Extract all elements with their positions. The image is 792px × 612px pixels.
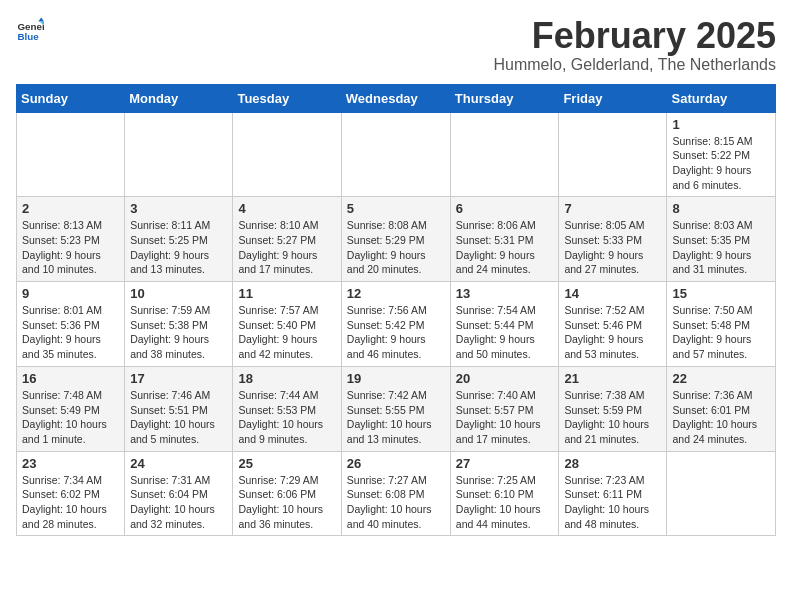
day-info: Sunrise: 7:57 AM Sunset: 5:40 PM Dayligh…	[238, 303, 335, 362]
day-info: Sunrise: 7:50 AM Sunset: 5:48 PM Dayligh…	[672, 303, 770, 362]
day-info: Sunrise: 7:31 AM Sunset: 6:04 PM Dayligh…	[130, 473, 227, 532]
month-title: February 2025	[493, 16, 776, 56]
day-info: Sunrise: 8:11 AM Sunset: 5:25 PM Dayligh…	[130, 218, 227, 277]
weekday-header-monday: Monday	[125, 84, 233, 112]
calendar-cell: 16Sunrise: 7:48 AM Sunset: 5:49 PM Dayli…	[17, 366, 125, 451]
day-info: Sunrise: 7:25 AM Sunset: 6:10 PM Dayligh…	[456, 473, 554, 532]
day-info: Sunrise: 7:29 AM Sunset: 6:06 PM Dayligh…	[238, 473, 335, 532]
calendar-cell: 19Sunrise: 7:42 AM Sunset: 5:55 PM Dayli…	[341, 366, 450, 451]
day-number: 7	[564, 201, 661, 216]
day-number: 5	[347, 201, 445, 216]
weekday-header-friday: Friday	[559, 84, 667, 112]
calendar-cell	[125, 112, 233, 197]
calendar-cell: 7Sunrise: 8:05 AM Sunset: 5:33 PM Daylig…	[559, 197, 667, 282]
day-info: Sunrise: 8:10 AM Sunset: 5:27 PM Dayligh…	[238, 218, 335, 277]
day-info: Sunrise: 7:34 AM Sunset: 6:02 PM Dayligh…	[22, 473, 119, 532]
day-info: Sunrise: 7:54 AM Sunset: 5:44 PM Dayligh…	[456, 303, 554, 362]
day-info: Sunrise: 8:01 AM Sunset: 5:36 PM Dayligh…	[22, 303, 119, 362]
day-number: 18	[238, 371, 335, 386]
page-header: General Blue February 2025 Hummelo, Geld…	[16, 16, 776, 74]
svg-text:Blue: Blue	[17, 31, 39, 42]
calendar-table: SundayMondayTuesdayWednesdayThursdayFrid…	[16, 84, 776, 537]
day-info: Sunrise: 7:44 AM Sunset: 5:53 PM Dayligh…	[238, 388, 335, 447]
calendar-cell: 15Sunrise: 7:50 AM Sunset: 5:48 PM Dayli…	[667, 282, 776, 367]
logo: General Blue	[16, 16, 44, 44]
calendar-cell: 5Sunrise: 8:08 AM Sunset: 5:29 PM Daylig…	[341, 197, 450, 282]
week-row-3: 9Sunrise: 8:01 AM Sunset: 5:36 PM Daylig…	[17, 282, 776, 367]
day-number: 12	[347, 286, 445, 301]
day-number: 23	[22, 456, 119, 471]
day-info: Sunrise: 8:08 AM Sunset: 5:29 PM Dayligh…	[347, 218, 445, 277]
day-info: Sunrise: 7:56 AM Sunset: 5:42 PM Dayligh…	[347, 303, 445, 362]
day-number: 10	[130, 286, 227, 301]
day-number: 25	[238, 456, 335, 471]
week-row-5: 23Sunrise: 7:34 AM Sunset: 6:02 PM Dayli…	[17, 451, 776, 536]
day-number: 26	[347, 456, 445, 471]
day-info: Sunrise: 8:15 AM Sunset: 5:22 PM Dayligh…	[672, 134, 770, 193]
day-info: Sunrise: 8:06 AM Sunset: 5:31 PM Dayligh…	[456, 218, 554, 277]
day-number: 28	[564, 456, 661, 471]
calendar-cell: 11Sunrise: 7:57 AM Sunset: 5:40 PM Dayli…	[233, 282, 341, 367]
calendar-cell: 8Sunrise: 8:03 AM Sunset: 5:35 PM Daylig…	[667, 197, 776, 282]
calendar-cell: 26Sunrise: 7:27 AM Sunset: 6:08 PM Dayli…	[341, 451, 450, 536]
calendar-cell: 13Sunrise: 7:54 AM Sunset: 5:44 PM Dayli…	[450, 282, 559, 367]
day-number: 15	[672, 286, 770, 301]
day-info: Sunrise: 7:48 AM Sunset: 5:49 PM Dayligh…	[22, 388, 119, 447]
day-number: 19	[347, 371, 445, 386]
week-row-4: 16Sunrise: 7:48 AM Sunset: 5:49 PM Dayli…	[17, 366, 776, 451]
calendar-cell	[559, 112, 667, 197]
calendar-cell: 21Sunrise: 7:38 AM Sunset: 5:59 PM Dayli…	[559, 366, 667, 451]
day-info: Sunrise: 7:59 AM Sunset: 5:38 PM Dayligh…	[130, 303, 227, 362]
calendar-cell: 1Sunrise: 8:15 AM Sunset: 5:22 PM Daylig…	[667, 112, 776, 197]
calendar-cell: 27Sunrise: 7:25 AM Sunset: 6:10 PM Dayli…	[450, 451, 559, 536]
day-info: Sunrise: 7:23 AM Sunset: 6:11 PM Dayligh…	[564, 473, 661, 532]
weekday-header-thursday: Thursday	[450, 84, 559, 112]
day-info: Sunrise: 7:36 AM Sunset: 6:01 PM Dayligh…	[672, 388, 770, 447]
day-info: Sunrise: 7:40 AM Sunset: 5:57 PM Dayligh…	[456, 388, 554, 447]
calendar-cell: 4Sunrise: 8:10 AM Sunset: 5:27 PM Daylig…	[233, 197, 341, 282]
calendar-cell: 12Sunrise: 7:56 AM Sunset: 5:42 PM Dayli…	[341, 282, 450, 367]
calendar-cell: 2Sunrise: 8:13 AM Sunset: 5:23 PM Daylig…	[17, 197, 125, 282]
day-number: 14	[564, 286, 661, 301]
day-info: Sunrise: 8:03 AM Sunset: 5:35 PM Dayligh…	[672, 218, 770, 277]
day-number: 11	[238, 286, 335, 301]
day-info: Sunrise: 7:52 AM Sunset: 5:46 PM Dayligh…	[564, 303, 661, 362]
day-number: 24	[130, 456, 227, 471]
week-row-1: 1Sunrise: 8:15 AM Sunset: 5:22 PM Daylig…	[17, 112, 776, 197]
calendar-cell: 14Sunrise: 7:52 AM Sunset: 5:46 PM Dayli…	[559, 282, 667, 367]
calendar-cell: 23Sunrise: 7:34 AM Sunset: 6:02 PM Dayli…	[17, 451, 125, 536]
day-number: 21	[564, 371, 661, 386]
day-number: 20	[456, 371, 554, 386]
logo-icon: General Blue	[16, 16, 44, 44]
day-info: Sunrise: 7:42 AM Sunset: 5:55 PM Dayligh…	[347, 388, 445, 447]
weekday-header-tuesday: Tuesday	[233, 84, 341, 112]
day-number: 1	[672, 117, 770, 132]
weekday-header-wednesday: Wednesday	[341, 84, 450, 112]
day-info: Sunrise: 7:46 AM Sunset: 5:51 PM Dayligh…	[130, 388, 227, 447]
weekday-header-sunday: Sunday	[17, 84, 125, 112]
calendar-cell: 18Sunrise: 7:44 AM Sunset: 5:53 PM Dayli…	[233, 366, 341, 451]
day-number: 8	[672, 201, 770, 216]
calendar-cell: 25Sunrise: 7:29 AM Sunset: 6:06 PM Dayli…	[233, 451, 341, 536]
day-number: 6	[456, 201, 554, 216]
calendar-cell	[233, 112, 341, 197]
calendar-cell: 22Sunrise: 7:36 AM Sunset: 6:01 PM Dayli…	[667, 366, 776, 451]
title-area: February 2025 Hummelo, Gelderland, The N…	[493, 16, 776, 74]
svg-marker-2	[38, 17, 44, 21]
day-info: Sunrise: 8:13 AM Sunset: 5:23 PM Dayligh…	[22, 218, 119, 277]
calendar-cell	[17, 112, 125, 197]
day-number: 27	[456, 456, 554, 471]
calendar-cell: 24Sunrise: 7:31 AM Sunset: 6:04 PM Dayli…	[125, 451, 233, 536]
weekday-header-saturday: Saturday	[667, 84, 776, 112]
day-info: Sunrise: 7:38 AM Sunset: 5:59 PM Dayligh…	[564, 388, 661, 447]
day-info: Sunrise: 8:05 AM Sunset: 5:33 PM Dayligh…	[564, 218, 661, 277]
day-number: 22	[672, 371, 770, 386]
calendar-cell: 3Sunrise: 8:11 AM Sunset: 5:25 PM Daylig…	[125, 197, 233, 282]
calendar-cell: 28Sunrise: 7:23 AM Sunset: 6:11 PM Dayli…	[559, 451, 667, 536]
weekday-header-row: SundayMondayTuesdayWednesdayThursdayFrid…	[17, 84, 776, 112]
calendar-cell	[450, 112, 559, 197]
calendar-cell	[341, 112, 450, 197]
day-number: 4	[238, 201, 335, 216]
week-row-2: 2Sunrise: 8:13 AM Sunset: 5:23 PM Daylig…	[17, 197, 776, 282]
calendar-cell: 17Sunrise: 7:46 AM Sunset: 5:51 PM Dayli…	[125, 366, 233, 451]
